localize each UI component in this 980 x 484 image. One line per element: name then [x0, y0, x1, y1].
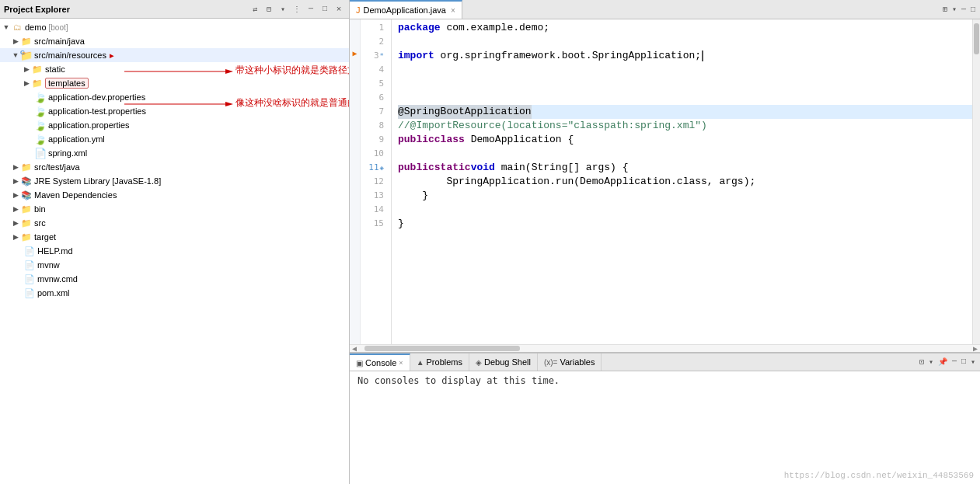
console-tab-bar: ▣ Console × ▲ Problems ◈ Debug Shell: [350, 353, 980, 371]
tree-item-mvnw[interactable]: 📄 mvnw: [0, 258, 349, 272]
code-line-11: public static void main(String[] args) {: [398, 161, 972, 175]
editor-tab-controls: ⊞ ▾ ─ □: [941, 4, 980, 15]
console-pin-icon[interactable]: 📌: [936, 357, 949, 367]
scroll-left-icon[interactable]: ◀: [350, 344, 357, 353]
editor-tab-bar: J DemoApplication.java × ⊞ ▾ ─ □: [350, 0, 980, 19]
linenum-8: 8: [361, 119, 387, 133]
tree-item-app-test[interactable]: 🍃 application-test.properties: [0, 104, 349, 118]
console-controls: ⊡ ▾ 📌 ─ □ ▾: [918, 357, 980, 367]
tree-item-src-main-java[interactable]: ▶ 📁 src/main/java: [0, 34, 349, 48]
jre-icon: 📚: [20, 175, 33, 187]
tree-item-app-dev[interactable]: 🍃 application-dev.properties: [0, 90, 349, 104]
scroll-right-icon[interactable]: ▶: [973, 344, 980, 353]
editor-min-icon[interactable]: ─: [960, 5, 968, 15]
arrow-src-main-resources: ▼: [11, 51, 20, 59]
tree-item-target[interactable]: ▶ 📁 target: [0, 230, 349, 244]
console-tab-problems[interactable]: ▲ Problems: [410, 353, 469, 371]
console-tab-variables[interactable]: (x)= Variables: [538, 353, 602, 371]
tree-item-maven[interactable]: ▶ 📚 Maven Dependencies: [0, 188, 349, 202]
code-line-4: [398, 63, 972, 77]
tree-item-static[interactable]: ▶ 📁 static: [0, 62, 349, 76]
tree-item-app-yml[interactable]: 🍃 application.yml: [0, 132, 349, 146]
gutter-line-3: ▶: [352, 47, 357, 61]
tree-item-bin[interactable]: ▶ 📁 bin: [0, 202, 349, 216]
linenum-3: 3*: [361, 49, 387, 63]
tree-item-mvnw-cmd[interactable]: 📄 mvnw.cmd: [0, 272, 349, 286]
linenum-6: 6: [361, 91, 387, 105]
editor-max-icon[interactable]: □: [969, 5, 977, 15]
editor-tab-demo[interactable]: J DemoApplication.java ×: [350, 0, 462, 19]
demo-label: demo: [25, 23, 47, 32]
code-line-12: SpringApplication.run(DemoApplication.cl…: [398, 175, 972, 189]
tree-item-demo[interactable]: ▼ 🗂 demo [boot]: [0, 20, 349, 34]
linenum-4: 4: [361, 63, 387, 77]
tree-item-src-test-java[interactable]: ▶ 📁 src/test/java: [0, 160, 349, 174]
console-max-icon[interactable]: □: [960, 357, 968, 367]
console-tab-debug[interactable]: ◈ Debug Shell: [469, 353, 538, 371]
console-min-icon[interactable]: ─: [950, 357, 958, 367]
tree-item-jre[interactable]: ▶ 📚 JRE System Library [JavaSE-1.8]: [0, 174, 349, 188]
project-tree: ▼ 🗂 demo [boot] ▶ 📁 src/main/java ▼ 📁C: [0, 19, 349, 484]
src-main-resources-label: src/main/resources: [34, 50, 106, 60]
console-open-icon[interactable]: ⊡: [918, 357, 926, 367]
src-label: src: [34, 218, 46, 228]
explorer-toolbar: ⇄ ⊟ ▾ ⋮ ─ □ ×: [249, 3, 345, 16]
editor-vertical-scrollbar[interactable]: [972, 19, 980, 344]
src-main-java-icon: 📁: [20, 35, 33, 47]
variables-tab-label: Variables: [560, 357, 595, 367]
ide-main: Project Explorer ⇄ ⊟ ▾ ⋮ ─ □ × ▼ 🗂 demo: [0, 0, 980, 484]
gutter-line-1: [353, 19, 357, 33]
console-dropdown-icon[interactable]: ▾: [969, 357, 977, 367]
filter-icon[interactable]: ▾: [277, 3, 289, 16]
code-content-area[interactable]: package com.example.demo; import org.spr…: [392, 19, 972, 344]
gutter-line-13: [353, 187, 357, 201]
gutter-line-12: [353, 173, 357, 187]
tree-item-spring-xml[interactable]: 📄 spring.xml: [0, 146, 349, 160]
src-main-java-label: src/main/java: [34, 37, 85, 46]
arrow-templates: ▶: [22, 79, 31, 87]
tree-item-pom[interactable]: 📄 pom.xml: [0, 286, 349, 300]
static-icon: 📁: [31, 63, 44, 75]
target-label: target: [34, 232, 56, 242]
collapse-icon[interactable]: ⊟: [263, 3, 275, 16]
gutter-line-15: [353, 215, 357, 229]
gutter-line-14: [353, 201, 357, 215]
new-editor-icon[interactable]: ⊞: [941, 4, 949, 15]
jre-label: JRE System Library [JavaSE-1.8]: [34, 176, 161, 186]
sync-icon[interactable]: ⇄: [249, 3, 261, 16]
tab-filename: DemoApplication.java: [364, 5, 446, 15]
menu-icon[interactable]: ⋮: [291, 3, 303, 16]
tree-item-app-props[interactable]: 🍃 application.properties: [0, 118, 349, 132]
maximize-icon[interactable]: □: [319, 3, 331, 16]
code-line-14: [398, 203, 972, 217]
horizontal-scrollbar[interactable]: ◀ ▶: [350, 344, 980, 352]
app-props-label: application.properties: [48, 120, 130, 130]
tree-item-templates[interactable]: ▶ 📁 templates: [0, 76, 349, 90]
tree-item-help[interactable]: 📄 HELP.md: [0, 244, 349, 258]
console-view-menu-icon[interactable]: ▾: [927, 357, 935, 367]
templates-label: templates: [45, 78, 89, 89]
static-label: static: [45, 64, 65, 74]
arrow-maven: ▶: [11, 191, 20, 199]
linenum-9: 9: [361, 133, 387, 147]
bin-icon: 📁: [20, 203, 33, 215]
editor-options-icon[interactable]: ▾: [950, 4, 958, 15]
close-explorer-button[interactable]: ×: [333, 3, 345, 16]
debug-tab-label: Debug Shell: [484, 357, 531, 367]
tree-item-src-main-resources[interactable]: ▼ 📁C src/main/resources ▸: [0, 48, 349, 62]
tab-close-button[interactable]: ×: [451, 6, 455, 15]
src-main-resources-icon: 📁C: [20, 49, 33, 61]
console-tab-close[interactable]: ×: [399, 359, 403, 367]
minimize-icon[interactable]: ─: [305, 3, 317, 16]
templates-icon: 📁: [31, 77, 44, 89]
console-tab-console[interactable]: ▣ Console ×: [350, 353, 410, 371]
app-yml-label: application.yml: [48, 134, 105, 144]
tree-item-src[interactable]: ▶ 📁 src: [0, 216, 349, 230]
line-numbers: 1 2 3* 4 5 6 7 8 9 10 11◈ 12 13 14: [361, 19, 392, 344]
code-line-3: import org.springframework.boot.SpringAp…: [398, 49, 972, 63]
src-test-icon: 📁: [20, 161, 33, 173]
code-editor[interactable]: ▶: [350, 19, 980, 344]
help-label: HELP.md: [37, 246, 73, 256]
java-file-icon: J: [356, 5, 361, 15]
arrow-bin: ▶: [11, 205, 20, 213]
